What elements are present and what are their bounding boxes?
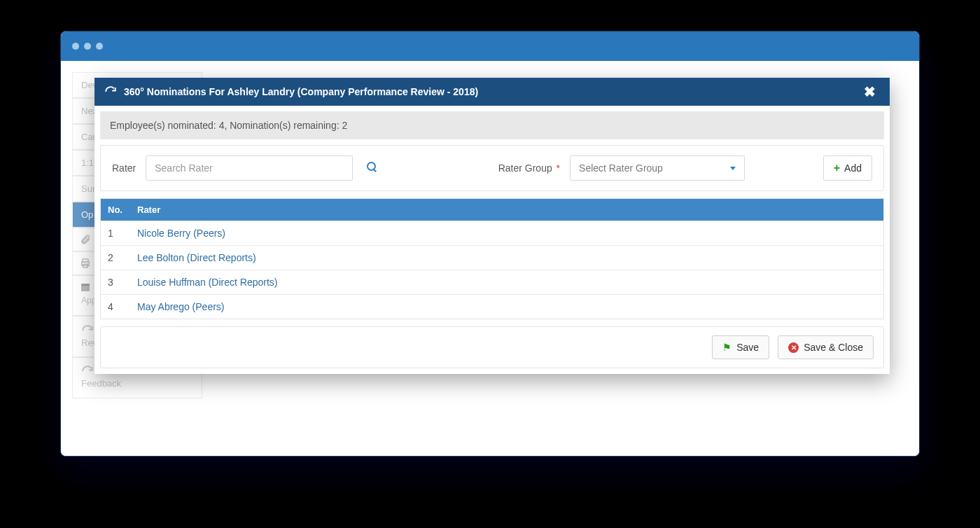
rater-link[interactable]: Nicole Berry (Peers): [137, 228, 225, 239]
svg-rect-4: [81, 284, 90, 286]
search-icon: [367, 162, 377, 172]
rater-label: Rater: [112, 162, 136, 174]
rater-group-label: Rater Group *: [498, 162, 560, 174]
save-icon: ⚑: [722, 342, 732, 353]
table-header: No. Rater: [101, 199, 883, 221]
rater-search-input[interactable]: [146, 155, 353, 181]
save-button[interactable]: ⚑ Save: [712, 335, 769, 359]
nominations-table: No. Rater 1 Nicole Berry (Peers) 2 Lee B…: [100, 198, 884, 319]
nomination-summary: Employee(s) nominated: 4, Nomination(s) …: [100, 111, 884, 139]
required-asterisk: *: [554, 162, 560, 174]
col-header-no: No.: [108, 204, 137, 215]
feedback-link-text2: Feedback: [81, 377, 193, 390]
save-close-button-label: Save & Close: [804, 342, 863, 353]
table-row: 4 May Abrego (Peers): [101, 294, 883, 319]
controls-row: Rater Rater Group * Select Rater Group +…: [100, 145, 884, 191]
save-button-label: Save: [736, 342, 759, 353]
col-header-rater: Rater: [137, 204, 876, 215]
chevron-down-icon: [730, 167, 736, 170]
cell-no: 1: [108, 228, 137, 239]
modal-footer: ⚑ Save ✕ Save & Close: [100, 326, 884, 368]
rater-group-placeholder: Select Rater Group: [579, 162, 663, 174]
table-row: 2 Lee Bolton (Direct Reports): [101, 245, 883, 270]
window-dot[interactable]: [84, 43, 91, 50]
search-button[interactable]: [363, 159, 381, 177]
close-circle-icon: ✕: [788, 342, 799, 353]
window-titlebar: [61, 32, 919, 61]
plus-icon: +: [834, 162, 840, 174]
modal-title: 360° Nominations For Ashley Landry (Comp…: [124, 86, 478, 97]
add-button[interactable]: + Add: [823, 155, 872, 181]
nominations-modal: 360° Nominations For Ashley Landry (Comp…: [94, 78, 890, 374]
refresh-icon[interactable]: [104, 85, 117, 98]
cell-no: 4: [108, 301, 137, 312]
rater-link[interactable]: Louise Huffman (Direct Reports): [137, 277, 277, 288]
add-button-label: Add: [844, 162, 862, 174]
window-dot[interactable]: [96, 43, 103, 50]
cell-no: 3: [108, 277, 137, 288]
rater-link[interactable]: May Abrego (Peers): [137, 301, 225, 312]
rater-group-select[interactable]: Select Rater Group: [570, 155, 745, 181]
window-dot[interactable]: [72, 43, 79, 50]
modal-header: 360° Nominations For Ashley Landry (Comp…: [94, 78, 890, 106]
close-icon[interactable]: ✖: [860, 81, 880, 103]
app-content: Dev Nex Care 1:1 C Sum Op App Reviewers …: [61, 61, 919, 456]
cell-no: 2: [108, 252, 137, 263]
table-row: 1 Nicole Berry (Peers): [101, 221, 883, 245]
save-close-button[interactable]: ✕ Save & Close: [778, 335, 874, 359]
app-window: Dev Nex Care 1:1 C Sum Op App Reviewers …: [60, 31, 920, 457]
table-row: 3 Louise Huffman (Direct Reports): [101, 270, 883, 294]
rater-link[interactable]: Lee Bolton (Direct Reports): [137, 252, 256, 263]
